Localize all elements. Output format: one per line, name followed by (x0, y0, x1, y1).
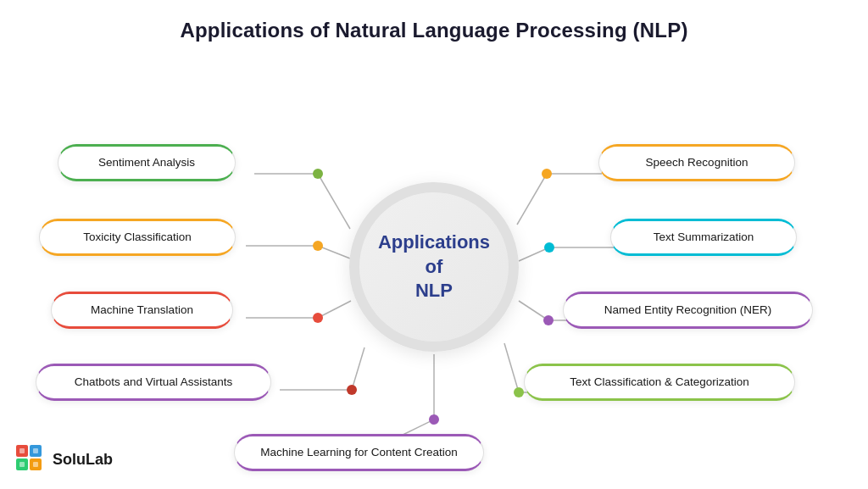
node-text-class: Text Classification & Categorization (524, 364, 795, 401)
node-sentiment: Sentiment Analysis (58, 144, 236, 181)
dot-ml-content (429, 414, 439, 425)
dot-toxicity (313, 241, 323, 251)
node-ner: Named Entity Recognition (NER) (563, 292, 813, 329)
svg-line-3 (318, 246, 350, 258)
dot-ner (543, 315, 554, 325)
svg-line-1 (318, 174, 350, 229)
node-toxicity: Toxicity Classification (39, 219, 236, 256)
center-text: Applications of NLP (378, 231, 490, 303)
node-summarization: Text Summarization (610, 219, 797, 256)
dot-sentiment (313, 169, 323, 179)
dot-translation (313, 313, 323, 323)
diagram-area: Applications of NLP Sentiment Analysis T… (0, 51, 868, 483)
node-speech: Speech Recognition (598, 144, 795, 181)
center-circle: Applications of NLP (349, 182, 519, 352)
dot-chatbots (347, 385, 357, 395)
node-translation: Machine Translation (51, 292, 233, 329)
dot-text-class (514, 387, 524, 397)
svg-line-5 (318, 301, 351, 318)
dot-summarization (544, 242, 554, 253)
svg-line-17 (504, 343, 519, 392)
page-title: Applications of Natural Language Process… (0, 0, 868, 42)
svg-line-11 (517, 174, 547, 225)
dot-speech (542, 169, 552, 179)
node-ml-content: Machine Learning for Content Creation (234, 434, 484, 471)
svg-line-7 (352, 347, 364, 390)
node-chatbots: Chatbots and Virtual Assistants (36, 364, 271, 401)
